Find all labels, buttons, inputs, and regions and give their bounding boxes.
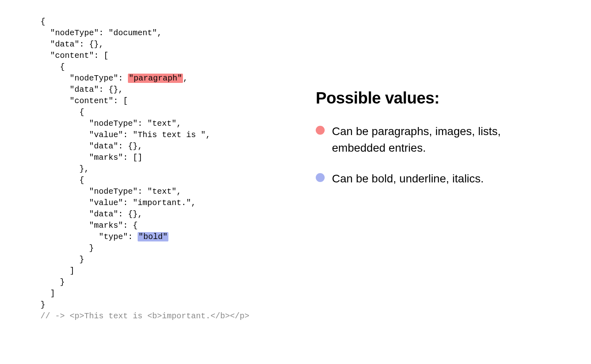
legend-text: Can be paragraphs, images, lists, embedd… [332, 123, 551, 156]
code-segment: "nodeType": "text", [89, 119, 181, 128]
code-segment: ] [70, 266, 74, 275]
code-line: { [40, 61, 308, 73]
code-line: "marks": [] [40, 152, 308, 163]
legend-heading: Possible values: [316, 89, 551, 107]
code-segment: "nodeType": [70, 74, 128, 83]
code-segment: "marks": { [89, 221, 138, 230]
legend-list: Can be paragraphs, images, lists, embedd… [316, 123, 551, 187]
legend-item: Can be paragraphs, images, lists, embedd… [316, 123, 551, 156]
code-line: "nodeType": "text", [40, 186, 308, 197]
page-root: { "nodeType": "document", "data": {}, "c… [0, 0, 591, 364]
code-segment: "content": [ [70, 96, 128, 106]
code-line: ] [40, 265, 308, 277]
code-line: { [40, 107, 308, 118]
code-line: "data": {}, [40, 84, 308, 95]
code-segment: "content": [ [50, 51, 108, 60]
code-line: "data": {}, [40, 39, 308, 50]
code-line: { [40, 175, 308, 186]
code-block: { "nodeType": "document", "data": {}, "c… [40, 16, 308, 348]
code-line: "type": "bold" [40, 231, 308, 243]
code-segment: "nodeType": "text", [89, 187, 181, 196]
code-line: ] [40, 288, 308, 299]
code-segment: } [40, 300, 45, 309]
legend-panel: Possible values: Can be paragraphs, imag… [308, 16, 567, 348]
code-segment: "data": {}, [89, 142, 142, 151]
code-line: "nodeType": "paragraph", [40, 73, 308, 84]
code-line: "data": {}, [40, 209, 308, 220]
code-line: } [40, 254, 308, 265]
legend-item: Can be bold, underline, italics. [316, 171, 551, 187]
code-segment: "type": [99, 232, 138, 241]
code-segment: "bold" [138, 232, 168, 241]
code-segment: "marks": [] [89, 153, 142, 162]
code-line: "value": "This text is ", [40, 129, 308, 141]
code-segment: { [79, 108, 84, 117]
code-segment: } [60, 277, 65, 287]
code-segment: { [40, 17, 45, 26]
code-line: // -> <p>This text is <b>important.</b><… [40, 311, 308, 322]
code-line: } [40, 299, 308, 311]
code-line: }, [40, 163, 308, 175]
code-segment: "data": {}, [89, 210, 142, 219]
code-segment: , [183, 74, 188, 83]
code-segment: { [79, 176, 84, 185]
code-segment: // -> <p>This text is <b>important.</b><… [40, 311, 249, 321]
code-line: "content": [ [40, 95, 308, 107]
code-segment: "data": {}, [50, 40, 104, 49]
code-segment: ] [50, 289, 55, 298]
code-line: } [40, 277, 308, 288]
code-segment: } [79, 255, 84, 264]
code-line: "data": {}, [40, 141, 308, 152]
code-line: "value": "important.", [40, 197, 308, 209]
dot-blue-icon [316, 173, 325, 182]
code-line: "nodeType": "document", [40, 28, 308, 39]
code-segment: "paragraph" [128, 74, 183, 83]
code-line: { [40, 16, 308, 28]
code-segment: { [60, 62, 65, 72]
code-line: "nodeType": "text", [40, 118, 308, 129]
code-segment: "value": "This text is ", [89, 130, 210, 140]
code-segment: "value": "important.", [89, 198, 196, 207]
code-segment: }, [79, 164, 89, 174]
code-line: "marks": { [40, 220, 308, 231]
code-line: } [40, 243, 308, 254]
code-segment: "nodeType": "document", [50, 28, 162, 38]
code-segment: "data": {}, [70, 85, 123, 94]
code-segment: } [89, 243, 94, 253]
dot-red-icon [316, 126, 325, 135]
code-line: "content": [ [40, 50, 308, 61]
legend-text: Can be bold, underline, italics. [332, 171, 484, 187]
